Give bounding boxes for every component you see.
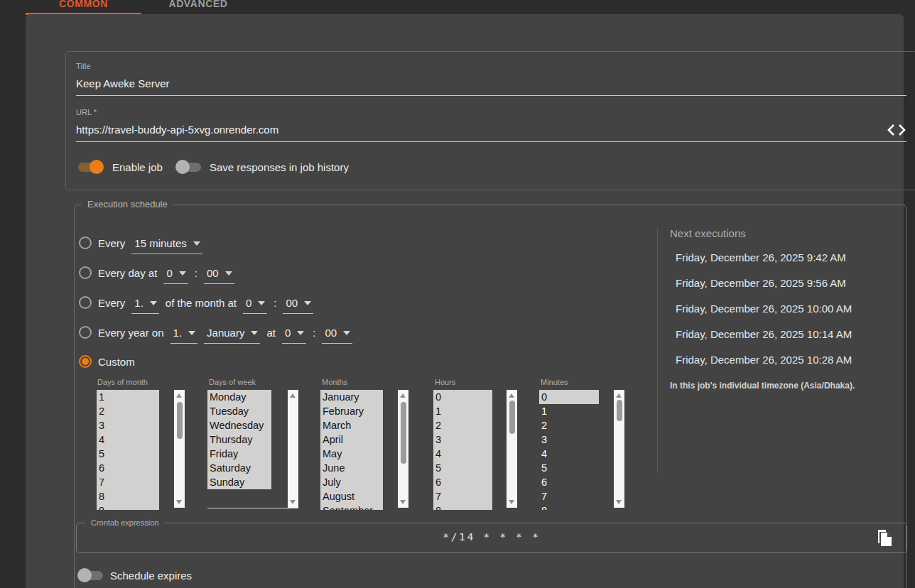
scroll-down-icon[interactable] (509, 500, 514, 504)
scrollbar-thumb[interactable] (177, 402, 183, 439)
yearly-minute-select[interactable]: 00 (322, 326, 352, 344)
radio-every-interval[interactable] (79, 236, 92, 249)
list-option[interactable]: 8 (97, 489, 159, 503)
scroll-down-icon[interactable] (616, 500, 622, 504)
tab-common[interactable]: COMMON (26, 0, 141, 13)
custom-label[interactable]: Custom (98, 356, 135, 368)
scrollbar-thumb[interactable] (401, 402, 406, 464)
radio-every-year[interactable] (79, 326, 92, 339)
scrollbar-thumb[interactable] (509, 401, 515, 434)
save-responses-toggle[interactable] (175, 159, 202, 175)
list-option[interactable]: Saturday (207, 461, 271, 475)
interval-select[interactable]: 15 minutes (131, 236, 202, 254)
url-input[interactable]: https://travel-buddy-api-5xvg.onrender.c… (76, 124, 278, 136)
list-option[interactable]: 6 (539, 475, 599, 489)
list-option[interactable]: 7 (539, 489, 599, 503)
days-of-month-listbox[interactable]: 123456789 (97, 390, 198, 510)
yearly-day-select[interactable]: 1. (170, 326, 198, 344)
list-option[interactable]: 3 (97, 418, 159, 432)
list-option[interactable]: 6 (97, 461, 159, 475)
days-of-month-label: Days of month (97, 378, 148, 386)
days-of-week-listbox[interactable]: MondayTuesdayWednesdayThursdayFridaySatu… (207, 390, 309, 510)
list-option[interactable]: 4 (433, 447, 492, 461)
tab-advanced[interactable]: ADVANCED (141, 0, 255, 13)
list-option[interactable]: Tuesday (207, 404, 271, 418)
list-option[interactable]: 5 (539, 461, 599, 475)
list-option[interactable]: April (320, 432, 383, 447)
enable-job-toggle[interactable] (77, 159, 104, 175)
list-option[interactable]: 5 (97, 447, 159, 461)
hours-listbox[interactable]: 012345678 (433, 390, 535, 510)
scrollbar[interactable] (288, 390, 298, 508)
scroll-up-icon[interactable] (400, 393, 406, 398)
list-option[interactable]: 2 (539, 418, 599, 432)
list-option[interactable]: 0 (433, 390, 492, 404)
list-option[interactable]: 1 (433, 404, 492, 418)
list-option[interactable]: 3 (433, 432, 492, 447)
crontab-expression-input[interactable]: */14 * * * * (77, 531, 906, 543)
list-option[interactable]: 1 (97, 390, 159, 404)
months-listbox[interactable]: JanuaryFebruaryMarchAprilMayJuneJulyAugu… (320, 390, 422, 510)
monthly-minute-select[interactable]: 00 (283, 296, 313, 314)
scroll-down-icon[interactable] (176, 500, 182, 504)
minutes-listbox[interactable]: 012345678 (539, 390, 641, 510)
chevron-down-icon (188, 331, 195, 335)
list-option[interactable]: 7 (433, 489, 492, 503)
yearly-hour-select[interactable]: 0 (282, 326, 306, 344)
list-option[interactable]: August (320, 489, 383, 503)
list-option[interactable]: 8 (433, 503, 492, 510)
radio-every-month[interactable] (79, 296, 92, 309)
daily-minute-select[interactable]: 00 (204, 266, 234, 284)
scroll-up-icon[interactable] (290, 393, 296, 398)
scrollbar[interactable] (174, 390, 185, 508)
list-option[interactable]: 3 (539, 432, 599, 447)
list-option[interactable]: 5 (433, 461, 492, 475)
list-option[interactable]: May (320, 447, 383, 461)
scroll-up-icon[interactable] (509, 393, 514, 398)
list-option[interactable]: March (320, 418, 383, 432)
list-option[interactable]: Friday (207, 447, 271, 461)
list-option[interactable]: July (320, 475, 383, 489)
yearly-month-select[interactable]: January (204, 326, 260, 344)
monthly-hour-select[interactable]: 0 (243, 296, 267, 314)
copy-icon[interactable] (875, 528, 894, 548)
list-option[interactable]: January (320, 390, 383, 404)
list-option[interactable]: Monday (207, 390, 271, 404)
list-option[interactable]: September (320, 503, 383, 510)
execution-schedule-legend: Execution schedule (82, 199, 173, 209)
scroll-down-icon[interactable] (290, 500, 296, 504)
scroll-up-icon[interactable] (176, 393, 182, 398)
list-option[interactable]: 9 (97, 503, 159, 510)
list-option[interactable]: 8 (539, 503, 599, 510)
radio-custom[interactable] (79, 355, 92, 368)
list-option[interactable]: 2 (97, 404, 159, 418)
list-option[interactable]: 1 (539, 404, 599, 418)
scrollbar[interactable] (507, 390, 517, 508)
list-option[interactable]: 0 (539, 390, 599, 404)
radio-every-day[interactable] (79, 266, 92, 279)
next-execution-item: Friday, December 26, 2025 10:28 AM (676, 354, 852, 366)
scroll-up-icon[interactable] (616, 393, 622, 398)
list-option[interactable]: June (320, 461, 383, 475)
list-option[interactable]: 7 (97, 475, 159, 489)
next-executions-divider (657, 228, 658, 473)
list-option[interactable]: Thursday (207, 432, 271, 447)
list-option[interactable]: 6 (433, 475, 492, 489)
list-option[interactable]: February (320, 404, 383, 418)
schedule-expires-toggle[interactable] (77, 567, 104, 583)
scrollbar[interactable] (614, 390, 624, 508)
daily-hour-select[interactable]: 0 (163, 266, 188, 284)
list-option[interactable]: 2 (433, 418, 492, 432)
scroll-down-icon[interactable] (400, 500, 406, 504)
list-option[interactable]: 4 (97, 432, 159, 447)
days-of-week-label: Days of week (209, 378, 256, 386)
months-label: Months (322, 378, 347, 386)
list-option[interactable]: Wednesday (207, 418, 271, 432)
code-brackets-icon[interactable] (887, 122, 906, 138)
list-option[interactable]: Sunday (207, 475, 271, 489)
monthly-day-select[interactable]: 1. (131, 296, 159, 314)
list-option[interactable]: 4 (539, 447, 599, 461)
title-input[interactable]: Keep Aweke Server (76, 77, 169, 89)
scrollbar[interactable] (398, 390, 408, 508)
scrollbar-thumb[interactable] (617, 400, 622, 421)
